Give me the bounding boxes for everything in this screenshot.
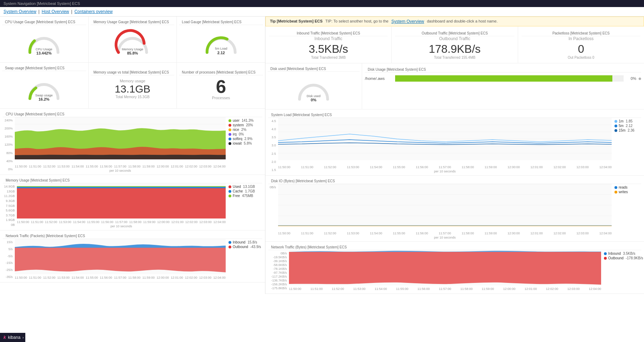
memory-x-axis: 11:50:0011:51:0011:52:0011:53:0011:54:00… [17,220,226,224]
inbound-value: 3.5KB/s [269,43,388,56]
tip-label: Tip [Metricbeat System] ECS [270,19,323,24]
total-memory-label: Total Memory 15.3GB [115,95,150,99]
tip-bar: Tip [Metricbeat System] ECS TIP: To sele… [265,17,644,26]
load-gauge-panel: Load Gauge [Metricbeat System] ECS 5m Lo… [177,17,265,63]
memory-y-axis: 14.9GB13GB11.2GB9.3GB7.5GB5.6GB3.7GB1.9G… [3,183,15,228]
traffic-panel: Inbound Traffic [Metricbeat System] ECS … [265,26,644,63]
memory-chart-title: Memory Usage [Metricbeat System] ECS [3,177,262,183]
legend-1m: 1m1.85 [614,119,640,123]
svg-text:Memory Usage: Memory Usage [122,48,143,51]
outbound-traffic-box: Outbound Traffic [Metricbeat System] ECS… [392,26,518,63]
cpu-gauge-title: CPU Usage Gauge [Metricbeat System] ECS [2,19,86,25]
system-load-title: System Load [Metricbeat System] ECS [268,112,641,118]
gauges-row-1: CPU Usage Gauge [Metricbeat System] ECS … [0,17,265,63]
sysload-x-label: per 10 seconds [278,170,612,173]
packetloss-box: Packetloss [Metricbeat System] ECS In Pa… [518,26,644,63]
netbytes-svg [289,250,601,285]
svg-text:Swap usage: Swap usage [36,94,53,97]
diskio-legend-items: reads writes [614,185,640,194]
host-overview-link[interactable]: Host Overview [41,9,69,14]
cpu-gauge-svg: CPU Usage 13.442% [25,28,63,57]
svg-text:85.8%: 85.8% [127,51,138,55]
processes-label: Processes [212,96,230,100]
legend-free: Free475MB [228,194,261,198]
inbound-sub: Total Transferred 3MB [269,56,388,59]
memory-chart-content: 14.9GB13GB11.2GB9.3GB7.5GB5.6GB3.7GB1.9G… [3,183,262,228]
diskio-x-axis: 11:50:0011:51:0011:52:0011:53:0011:54:00… [278,231,612,236]
svg-rect-16 [17,188,226,218]
network-packets-area: 11:50:0011:51:0011:52:0011:53:0011:54:00… [15,239,226,280]
memory-chart-panel: Memory Usage [Metricbeat System] ECS 14.… [0,175,265,230]
inbound-title: Inbound Traffic [Metricbeat System] ECS [269,30,388,36]
memory-legend-items: Used13.1GB Cache1.7GB Free475MB [228,185,261,198]
disk-usage-title: Disk Usage [Metricbeat System] ECS [365,66,641,72]
cpu-x-label: per 10 seconds [15,169,226,172]
packetloss-value: 0 [522,43,640,56]
memory-usage-value: 13.1GB [115,83,150,95]
system-overview-link[interactable]: System Overview [4,9,36,14]
cpu-x-axis: 11:50:0011:51:0011:52:0011:53:0011:54:00… [15,164,226,169]
right-panel: Tip [Metricbeat System] ECS TIP: To sele… [265,17,644,294]
memory-gauge-svg: Memory Usage 85.8% [113,28,152,57]
swap-gauge-panel: Swap usage [Metricbeat System] ECS Swap … [0,63,89,109]
svg-text:5m Load: 5m Load [215,47,227,50]
memory-gauge-panel: Memory Usage Gauge [Metricbeat System] E… [89,17,177,63]
tip-system-overview-link[interactable]: System Overview [391,19,424,24]
memory-vs-total-panel: Memory usage vs total [Metricbeat System… [89,63,177,109]
svg-rect-18 [17,186,226,187]
memory-x-label: per 10 seconds [17,224,226,228]
disk-bar-row: /home/.aws 0% ⊕ [365,75,641,82]
cpu-gauge-container: CPU Usage 13.442% [2,25,86,60]
legend-outbound-pkt: Outbound-43.9/s [228,245,261,249]
network-bytes-area: 11:50:0011:51:0011:52:0011:53:0011:54:00… [289,250,601,291]
packetloss-label: In Packetloss [522,36,640,41]
diskio-svg [278,184,612,230]
packetloss-title: Packetloss [Metricbeat System] ECS [522,30,640,36]
diskio-legend: reads writes [613,184,641,239]
system-load-area: 11:50:0011:51:0011:52:0011:53:0011:54:00… [278,118,612,173]
inbound-traffic-box: Inbound Traffic [Metricbeat System] ECS … [265,26,392,63]
disk-expand-icon[interactable]: ⊕ [638,77,641,81]
system-load-content: 4.54.03.53.02.52.01.5 [268,118,641,173]
network-bytes-title: Network Traffic (Bytes) [Metricbeat Syst… [268,244,641,250]
svg-text:0%: 0% [311,98,316,102]
outbound-value: 178.9KB/s [395,43,514,56]
disk-io-content: 0B/s 11:50:0011:51:0011:52:0011:5 [268,184,641,239]
legend-irq: irq0% [228,132,261,136]
net-pkt-svg [15,239,226,274]
cpu-chart-content: 240%200%160%120%80%40%0% [3,117,262,172]
num-processes-content: 6 Processes [212,75,230,102]
net-pkt-y-axis: 15/s5/s-5/s-15/s-25/s-35/s [3,239,13,280]
legend-cache: Cache1.7GB [228,189,261,193]
cpu-gauge-panel: CPU Usage Gauge [Metricbeat System] ECS … [0,17,89,63]
svg-text:CPU Usage: CPU Usage [36,48,53,51]
sysload-legend: 1m1.85 5m2.12 15m2.36 [613,118,641,173]
svg-rect-17 [17,187,226,188]
memory-vs-total-title: Memory usage vs total [Metricbeat System… [91,69,175,75]
netbytes-x-axis: 11:50:0011:51:0011:52:0011:53:0011:54:00… [289,286,601,291]
diskio-y-axis: 0B/s [268,184,277,239]
left-panel: CPU Usage Gauge [Metricbeat System] ECS … [0,17,265,294]
legend-user: user141.3% [228,119,261,122]
containers-overview-link[interactable]: Containers overview [75,9,113,14]
packetloss-sub: Out Packetloss 0 [522,56,640,59]
svg-text:16.2%: 16.2% [39,97,50,101]
svg-text:2.12: 2.12 [217,51,225,55]
legend-softirq-dot [228,138,231,140]
svg-text:Disk used: Disk used [307,94,321,98]
disk-io-title: Disk IO (Bytes) [Metricbeat System] ECS [268,178,641,184]
network-packets-panel: Network Traffic (Packets) [Metricbeat Sy… [0,230,265,283]
legend-reads: reads [614,185,640,189]
network-packets-content: 15/s5/s-5/s-15/s-25/s-35/s 11:50:0011:51… [3,239,262,280]
net-pkt-legend-items: Inbound15.8/s Outbound-43.9/s [228,240,261,249]
net-pkt-legend: Inbound15.8/s Outbound-43.9/s [227,239,262,280]
system-nav-bar: System Navigation [Metricbeat System] EC… [0,0,644,7]
sysload-legend-items: 1m1.85 5m2.12 15m2.36 [614,119,640,132]
swap-gauge-container: Swap usage 16.2% [2,71,86,106]
disk-bar-bg [395,75,624,82]
tip-text2: dashboard and double-click a host name. [427,19,498,24]
legend-softirq: softirq2.9% [228,137,261,141]
svg-text:13.442%: 13.442% [37,51,52,55]
main-content: CPU Usage Gauge [Metricbeat System] ECS … [0,17,644,294]
cpu-chart-area: 11:50:0011:51:0011:52:0011:53:0011:54:00… [15,117,226,172]
